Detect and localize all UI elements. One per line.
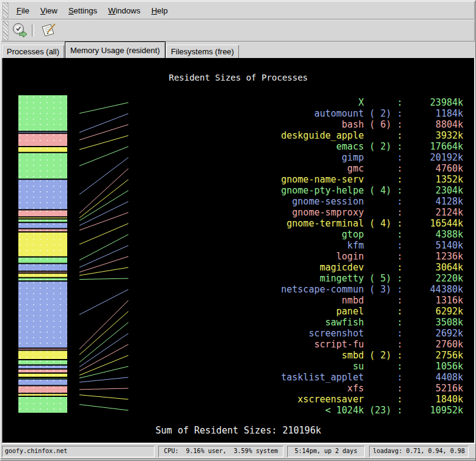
resident-size-stacked-bar xyxy=(18,95,67,413)
loadavg-status: loadavg: 0.71, 0.94, 0.98 xyxy=(369,446,469,457)
menubar: FileViewSettingsWindowsHelp xyxy=(1,1,475,20)
connector-line xyxy=(79,377,128,382)
bar-segment-emacs xyxy=(18,153,67,180)
process-row-mingetty: mingetty ( 5) : 2220k xyxy=(276,273,463,284)
connector-line xyxy=(79,300,128,349)
bar-segment-gnome-session xyxy=(18,222,67,228)
gtop-window: FileViewSettingsWindowsHelp Processes xyxy=(0,0,476,461)
bar-segment-gmc xyxy=(18,209,67,217)
bar-segment-screenshot xyxy=(18,365,67,369)
process-row-smbd: smbd ( 2) : 2756k xyxy=(276,350,463,361)
connector-line xyxy=(79,388,128,390)
process-row-gmc: gmc : 4760k xyxy=(276,163,463,174)
connector-line xyxy=(79,223,128,244)
process-size-list: X : 23984k automount ( 2) : 1184k bash (… xyxy=(276,97,463,416)
time-uptime-status: 5:14pm, up 2 days xyxy=(287,446,365,457)
process-row-nmbd: nmbd : 1316k xyxy=(276,295,463,306)
bar-segment-deskguide_apple xyxy=(18,147,67,153)
tab-filesystems-free[interactable]: Filesystems (free) xyxy=(166,45,239,59)
connector-line xyxy=(79,147,128,166)
tab-row: Processes (all)Memory Usage (resident)Fi… xyxy=(1,42,475,59)
statusbar: goofy.chinfox.net CPU: 9.16% user, 3.59%… xyxy=(1,445,476,459)
connector-line xyxy=(79,256,128,272)
process-row-gnome-session: gnome-session : 4128k xyxy=(276,196,463,207)
process-row-su: su : 1056k xyxy=(276,361,463,372)
bar-segment-gtop xyxy=(18,257,67,264)
bar-segment-bash xyxy=(18,133,67,147)
menu-view[interactable]: View xyxy=(35,3,63,18)
process-row-sawfish: sawfish : 3508k xyxy=(276,317,463,328)
hostname-status: goofy.chinfox.net xyxy=(2,446,155,457)
connector-line xyxy=(79,311,128,355)
process-row-login: login : 1236k xyxy=(276,251,463,262)
bar-segment-smbd xyxy=(18,373,67,377)
process-row-tasklist_applet: tasklist_applet : 4408k xyxy=(276,372,463,383)
memory-usage-panel: Resident Sizes of Processes X : 23984k a… xyxy=(2,58,475,444)
clock-arrow-icon[interactable] xyxy=(11,22,29,39)
process-row-deskguide_apple: deskguide_apple : 3932k xyxy=(276,130,463,141)
process-row-gtop: gtop : 4388k xyxy=(276,229,463,240)
chart-title: Resident Sizes of Processes xyxy=(2,73,474,82)
process-row-gnome-name-serv: gnome-name-serv : 1352k xyxy=(276,174,463,185)
process-row-emacs: emacs ( 2) : 17664k xyxy=(276,141,463,152)
bar-segment-netscape-commun xyxy=(18,281,67,348)
tab-processes-all[interactable]: Processes (all) xyxy=(2,45,64,59)
process-row-magicdev: magicdev : 3064k xyxy=(276,262,463,273)
connector-line xyxy=(79,404,128,410)
cpu-status: CPU: 9.16% user, 3.59% system xyxy=(158,446,284,457)
bar-segment-script-fu xyxy=(18,369,67,373)
connector-line xyxy=(79,395,128,399)
bar-segment-magicdev xyxy=(18,273,67,278)
toolbar xyxy=(1,20,475,42)
notepad-pencil-icon[interactable] xyxy=(39,22,57,39)
connector-line xyxy=(79,366,128,378)
bar-segment-kfm xyxy=(18,263,67,271)
connector-line xyxy=(79,180,128,218)
menu-settings[interactable]: Settings xyxy=(63,3,103,18)
bar-segment-xfs xyxy=(18,385,67,393)
menubar-drag-handle[interactable] xyxy=(2,2,9,18)
process-row-X: X : 23984k xyxy=(276,97,463,108)
connector-line xyxy=(79,245,128,267)
process-row-gnome-terminal: gnome-terminal ( 4) : 16544k xyxy=(276,218,463,229)
connector-line xyxy=(79,136,128,150)
toolbar-drag-handle[interactable] xyxy=(2,21,9,40)
toolbar-separator xyxy=(32,24,34,37)
process-row-xfs: xfs : 5216k xyxy=(276,383,463,394)
bar-segment-sawfish xyxy=(18,360,67,365)
process-row-netscape-commun: netscape-commun ( 3) : 44380k xyxy=(276,284,463,295)
bar-segment-gnome-terminal xyxy=(18,232,67,257)
menu-help[interactable]: Help xyxy=(146,3,174,18)
connector-line xyxy=(79,333,128,367)
process-row-gimp: gimp : 20192k xyxy=(276,152,463,163)
connector-line xyxy=(79,234,128,260)
connector-line xyxy=(79,158,128,194)
connector-line xyxy=(79,191,128,220)
process-row-screenshot: screenshot : 2692k xyxy=(276,328,463,339)
process-row-gnome-pty-helpe: gnome-pty-helpe ( 4) : 2304k xyxy=(276,185,463,196)
connector-line xyxy=(79,322,128,362)
process-row-gnome-smproxy: gnome-smproxy : 2124k xyxy=(276,207,463,218)
connector-line xyxy=(79,355,128,376)
process-row-kfm: kfm : 5140k xyxy=(276,240,463,251)
tab-memory-usage-resident[interactable]: Memory Usage (resident) xyxy=(65,42,166,59)
window-bottom-edge xyxy=(1,459,476,461)
menu-file[interactable]: File xyxy=(11,3,35,18)
connector-line xyxy=(79,114,128,132)
bar-segment-gimp xyxy=(18,179,67,209)
process-row-automount: automount ( 2) : 1184k xyxy=(276,108,463,119)
process-row-script-fu: script-fu : 2760k xyxy=(276,339,463,350)
process-row-bash: bash ( 6) : 8804k xyxy=(276,119,463,130)
connector-line xyxy=(79,201,128,225)
connector-line xyxy=(79,344,128,371)
connector-line xyxy=(79,169,128,213)
process-row-1024k: < 1024k (23) : 10952k xyxy=(276,405,463,416)
process-row-panel: panel : 6292k xyxy=(276,306,463,317)
connector-line xyxy=(79,125,128,140)
bar-segment-X xyxy=(18,95,67,131)
connector-line xyxy=(79,289,128,314)
menu-windows[interactable]: Windows xyxy=(103,3,146,18)
connector-line xyxy=(79,267,128,275)
connector-line xyxy=(79,212,128,230)
bar-segment-panel xyxy=(18,350,67,360)
